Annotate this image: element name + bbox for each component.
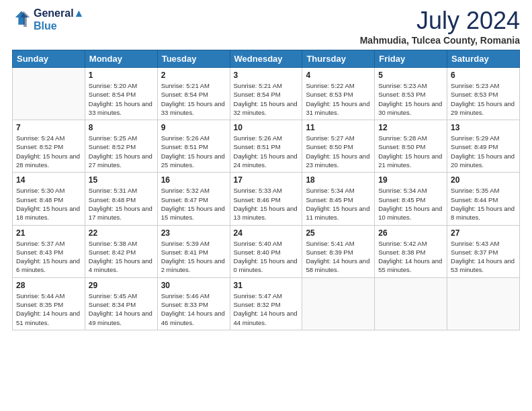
day-number: 3 [234,71,299,80]
calendar-cell: 21Sunrise: 5:37 AMSunset: 8:43 PMDayligh… [13,225,85,277]
day-info: Sunrise: 5:42 AMSunset: 8:38 PMDaylight:… [378,239,443,275]
day-info: Sunrise: 5:26 AMSunset: 8:51 PMDaylight:… [161,134,226,169]
calendar-cell: 12Sunrise: 5:28 AMSunset: 8:50 PMDayligh… [375,120,447,173]
weekday-header-monday: Monday [85,50,157,68]
day-info: Sunrise: 5:22 AMSunset: 8:53 PMDaylight:… [306,81,371,117]
calendar-cell [302,277,375,330]
calendar: SundayMondayTuesdayWednesdayThursdayFrid… [12,50,520,330]
day-info: Sunrise: 5:33 AMSunset: 8:46 PMDaylight:… [234,186,299,222]
day-info: Sunrise: 5:21 AMSunset: 8:54 PMDaylight:… [234,81,299,117]
calendar-cell: 30Sunrise: 5:46 AMSunset: 8:33 PMDayligh… [157,277,230,330]
month-title: July 2024 [360,7,520,35]
calendar-cell: 26Sunrise: 5:42 AMSunset: 8:38 PMDayligh… [375,225,447,277]
day-number: 13 [451,123,516,132]
day-info: Sunrise: 5:23 AMSunset: 8:53 PMDaylight:… [378,81,443,117]
day-number: 30 [161,281,226,290]
calendar-cell: 27Sunrise: 5:43 AMSunset: 8:37 PMDayligh… [447,225,520,277]
day-info: Sunrise: 5:38 AMSunset: 8:42 PMDaylight:… [89,239,154,275]
calendar-cell: 9Sunrise: 5:26 AMSunset: 8:51 PMDaylight… [157,120,230,173]
calendar-cell [375,277,447,330]
weekday-header-saturday: Saturday [447,50,520,68]
calendar-cell: 2Sunrise: 5:21 AMSunset: 8:54 PMDaylight… [157,68,230,120]
day-info: Sunrise: 5:47 AMSunset: 8:32 PMDaylight:… [234,291,299,327]
logo-text: General▲ Blue [34,7,84,32]
logo-area: General▲ Blue [12,7,84,32]
day-number: 18 [306,175,371,185]
week-row-1: 1Sunrise: 5:20 AMSunset: 8:54 PMDaylight… [13,68,520,120]
calendar-cell: 17Sunrise: 5:33 AMSunset: 8:46 PMDayligh… [230,173,302,225]
page: General▲ Blue July 2024 Mahmudia, Tulcea… [0,0,532,411]
day-info: Sunrise: 5:37 AMSunset: 8:43 PMDaylight:… [16,239,81,275]
calendar-cell: 8Sunrise: 5:25 AMSunset: 8:52 PMDaylight… [85,120,157,173]
day-number: 27 [451,228,516,238]
calendar-cell: 20Sunrise: 5:35 AMSunset: 8:44 PMDayligh… [447,173,520,225]
title-area: July 2024 Mahmudia, Tulcea County, Roman… [360,7,520,46]
calendar-cell: 22Sunrise: 5:38 AMSunset: 8:42 PMDayligh… [85,225,157,277]
day-number: 20 [451,175,516,185]
calendar-cell: 16Sunrise: 5:32 AMSunset: 8:47 PMDayligh… [157,173,230,225]
calendar-cell [447,277,520,330]
day-number: 1 [89,71,154,80]
day-number: 2 [161,71,226,80]
calendar-cell: 19Sunrise: 5:34 AMSunset: 8:45 PMDayligh… [375,173,447,225]
calendar-cell: 11Sunrise: 5:27 AMSunset: 8:50 PMDayligh… [302,120,375,173]
day-number: 14 [16,175,81,185]
weekday-header-tuesday: Tuesday [157,50,230,68]
calendar-cell: 5Sunrise: 5:23 AMSunset: 8:53 PMDaylight… [375,68,447,120]
week-row-2: 7Sunrise: 5:24 AMSunset: 8:52 PMDaylight… [13,120,520,173]
calendar-cell: 15Sunrise: 5:31 AMSunset: 8:48 PMDayligh… [85,173,157,225]
calendar-cell: 14Sunrise: 5:30 AMSunset: 8:48 PMDayligh… [13,173,85,225]
day-number: 10 [234,123,299,132]
day-number: 15 [89,175,154,185]
day-number: 8 [89,123,154,132]
day-number: 4 [306,71,371,80]
day-info: Sunrise: 5:46 AMSunset: 8:33 PMDaylight:… [161,291,226,327]
day-info: Sunrise: 5:20 AMSunset: 8:54 PMDaylight:… [89,81,154,117]
weekday-header-row: SundayMondayTuesdayWednesdayThursdayFrid… [13,50,520,68]
calendar-cell: 25Sunrise: 5:41 AMSunset: 8:39 PMDayligh… [302,225,375,277]
calendar-cell: 24Sunrise: 5:40 AMSunset: 8:40 PMDayligh… [230,225,302,277]
logo-icon [12,10,31,29]
day-number: 6 [451,71,516,80]
calendar-cell: 28Sunrise: 5:44 AMSunset: 8:35 PMDayligh… [13,277,85,330]
day-number: 31 [234,281,299,290]
day-number: 23 [161,228,226,238]
day-info: Sunrise: 5:34 AMSunset: 8:45 PMDaylight:… [378,186,443,222]
week-row-4: 21Sunrise: 5:37 AMSunset: 8:43 PMDayligh… [13,225,520,277]
day-number: 28 [16,281,81,290]
day-info: Sunrise: 5:39 AMSunset: 8:41 PMDaylight:… [161,239,226,275]
week-row-5: 28Sunrise: 5:44 AMSunset: 8:35 PMDayligh… [13,277,520,330]
location-title: Mahmudia, Tulcea County, Romania [360,35,520,46]
day-info: Sunrise: 5:31 AMSunset: 8:48 PMDaylight:… [89,186,154,222]
day-number: 9 [161,123,226,132]
day-info: Sunrise: 5:25 AMSunset: 8:52 PMDaylight:… [89,134,154,169]
day-number: 19 [378,175,443,185]
calendar-cell: 23Sunrise: 5:39 AMSunset: 8:41 PMDayligh… [157,225,230,277]
day-info: Sunrise: 5:23 AMSunset: 8:53 PMDaylight:… [451,81,516,117]
day-info: Sunrise: 5:30 AMSunset: 8:48 PMDaylight:… [16,186,81,222]
weekday-header-friday: Friday [375,50,447,68]
day-info: Sunrise: 5:40 AMSunset: 8:40 PMDaylight:… [234,239,299,275]
day-number: 17 [234,175,299,185]
calendar-cell: 3Sunrise: 5:21 AMSunset: 8:54 PMDaylight… [230,68,302,120]
day-number: 24 [234,228,299,238]
day-number: 26 [378,228,443,238]
day-info: Sunrise: 5:45 AMSunset: 8:34 PMDaylight:… [89,291,154,327]
calendar-cell: 31Sunrise: 5:47 AMSunset: 8:32 PMDayligh… [230,277,302,330]
calendar-cell: 7Sunrise: 5:24 AMSunset: 8:52 PMDaylight… [13,120,85,173]
calendar-cell: 29Sunrise: 5:45 AMSunset: 8:34 PMDayligh… [85,277,157,330]
day-info: Sunrise: 5:35 AMSunset: 8:44 PMDaylight:… [451,186,516,222]
day-number: 16 [161,175,226,185]
calendar-cell: 13Sunrise: 5:29 AMSunset: 8:49 PMDayligh… [447,120,520,173]
day-info: Sunrise: 5:32 AMSunset: 8:47 PMDaylight:… [161,186,226,222]
calendar-cell: 18Sunrise: 5:34 AMSunset: 8:45 PMDayligh… [302,173,375,225]
calendar-cell: 1Sunrise: 5:20 AMSunset: 8:54 PMDaylight… [85,68,157,120]
calendar-cell [13,68,85,120]
weekday-header-sunday: Sunday [13,50,85,68]
calendar-cell: 10Sunrise: 5:26 AMSunset: 8:51 PMDayligh… [230,120,302,173]
day-number: 11 [306,123,371,132]
calendar-cell: 6Sunrise: 5:23 AMSunset: 8:53 PMDaylight… [447,68,520,120]
weekday-header-wednesday: Wednesday [230,50,302,68]
day-number: 5 [378,71,443,80]
day-number: 22 [89,228,154,238]
